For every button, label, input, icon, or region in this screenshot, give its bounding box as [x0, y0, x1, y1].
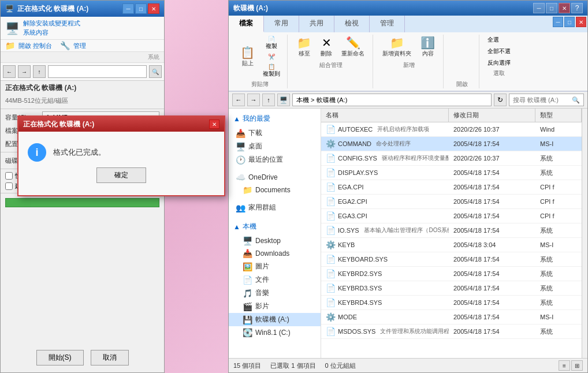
help-button[interactable]: ? — [571, 3, 583, 13]
tab-view[interactable]: 檢視 — [334, 16, 370, 32]
search-button[interactable]: 🔍 — [149, 65, 162, 78]
ribbon-min-btn[interactable]: ─ — [553, 17, 563, 27]
pc-desktop-icon: 🖥️ — [243, 236, 252, 245]
maximize-button[interactable]: □ — [135, 3, 147, 14]
nav-item-homegroup[interactable]: 👥 家用群組 — [229, 201, 321, 214]
new-folder-button[interactable]: 📁 新增資料夾 — [379, 35, 415, 60]
msdos-checkbox[interactable] — [5, 182, 13, 190]
nav-item-downloads[interactable]: 📥 下載 — [229, 126, 321, 140]
tab-manage[interactable]: 管理 — [370, 16, 405, 32]
table-row[interactable]: 📄CONFIG.SYS驱动程序和程序环境变量配置文件2020/2/26 10:3… — [321, 151, 582, 166]
explorer-minimize[interactable]: ─ — [533, 3, 545, 13]
back-button[interactable]: ← — [3, 65, 16, 78]
addr-search-input[interactable] — [513, 96, 572, 103]
addr-forward-button[interactable]: → — [247, 94, 260, 106]
search-box-right[interactable]: 🔍 — [509, 94, 584, 106]
table-row[interactable]: ⚙️KEYB2005/4/18 3:04MS-I — [321, 238, 582, 252]
file-name-cell: 📄DISPLAY.SYS — [321, 167, 449, 178]
table-row[interactable]: 📄IO.SYS基本输入/输出管理程序（DOS系统启导文件）2005/4/18 1… — [321, 223, 582, 238]
nav-item-recent[interactable]: 🕐 最近的位置 — [229, 153, 321, 166]
manage-link[interactable]: 管理 — [73, 42, 86, 50]
nav-homegroup-label: 家用群組 — [248, 203, 276, 212]
name-column-header[interactable]: 名稱 — [321, 109, 449, 122]
dialog-ok-button[interactable]: 確定 — [96, 167, 146, 183]
paste-button[interactable]: 📋 貼上 — [237, 44, 258, 70]
nav-item-docs[interactable]: 📄 文件 — [229, 273, 321, 286]
minimize-button[interactable]: ─ — [122, 3, 134, 14]
details-view-button[interactable]: ≡ — [559, 360, 570, 371]
properties-button[interactable]: ℹ️ 內容 — [417, 35, 438, 60]
table-row[interactable]: 📄DISPLAY.SYS2005/4/18 17:54系统 — [321, 166, 582, 180]
nav-item-pictures[interactable]: 🖼️ 圖片 — [229, 260, 321, 273]
nav-item-pc-desktop[interactable]: 🖥️ Desktop — [229, 234, 321, 247]
table-row[interactable]: 📄MSDOS.SYS文件管理和系统功能调用程序（DOS7.1/Win9x下的系统… — [321, 324, 582, 339]
deselect-all-button[interactable]: 全部不選 — [485, 46, 513, 57]
date-column-header[interactable]: 修改日期 — [449, 109, 535, 122]
start-button[interactable]: 開始(S) — [36, 350, 84, 365]
table-row[interactable]: 📄EGA.CPI2005/4/18 17:54CPI f — [321, 180, 582, 195]
ribbon-max-btn[interactable]: □ — [564, 17, 575, 27]
nav-item-floppy[interactable]: 💾 軟碟機 (A:) — [229, 313, 321, 326]
search-input[interactable]: 搜尋本機 — [51, 68, 144, 75]
copy-path-button[interactable]: 📋 複製到 — [260, 62, 282, 79]
win81-icon: 💽 — [243, 328, 252, 337]
up-button[interactable]: ↑ — [33, 65, 46, 78]
table-row[interactable]: 📄KEYBRD4.SYS2005/4/18 17:54系统 — [321, 296, 582, 310]
file-date-cell: 2005/4/18 17:54 — [449, 255, 535, 264]
table-row[interactable]: 📄KEYBOARD.SYS2005/4/18 17:54系统 — [321, 252, 582, 267]
tab-share[interactable]: 共用 — [299, 16, 334, 32]
file-date-cell: 2005/4/18 17:54 — [449, 284, 535, 293]
thispc-header[interactable]: ▲ 本機 — [229, 219, 321, 234]
addr-home-button[interactable]: 🖥️ — [277, 94, 290, 106]
paste-icon: 📋 — [240, 47, 255, 58]
delete-button[interactable]: ✕ 刪除 — [316, 35, 337, 60]
tiles-view-button[interactable]: ⊞ — [571, 360, 583, 371]
select-all-button[interactable]: 全選 — [485, 35, 501, 45]
addr-back-button[interactable]: ← — [232, 94, 245, 106]
invert-select-button[interactable]: 反向選擇 — [485, 58, 513, 68]
table-row[interactable]: ⚙️COMMAND命令处理程序2005/4/18 17:54MS-I — [321, 137, 582, 151]
nav-item-desktop[interactable]: 🖥️ 桌面 — [229, 140, 321, 153]
table-row[interactable]: 📄EGA2.CPI2005/4/18 17:54CPI f — [321, 195, 582, 209]
refresh-button[interactable]: ↻ — [494, 94, 507, 106]
table-row[interactable]: 📄EGA3.CPI2005/4/18 17:54CPI f — [321, 209, 582, 223]
copy-button[interactable]: 📄 複製 — [260, 35, 282, 51]
nav-item-music[interactable]: 🎵 音樂 — [229, 286, 321, 300]
ribbon-close-btn[interactable]: ✕ — [576, 17, 586, 27]
quick-format-checkbox[interactable] — [5, 172, 13, 180]
type-column-header[interactable]: 類型 — [535, 109, 582, 122]
cut-button[interactable]: ✂️ — [260, 53, 282, 61]
move-to-button[interactable]: 📁 移至 — [293, 35, 315, 60]
file-type-cell: 系统 — [535, 283, 582, 294]
table-row[interactable]: 📄KEYBRD3.SYS2005/4/18 17:54系统 — [321, 281, 582, 296]
cancel-button[interactable]: 取消 — [91, 350, 129, 365]
explorer-maximize[interactable]: □ — [546, 3, 557, 13]
address-path[interactable]: 本機 > 軟碟機 (A:) — [292, 94, 492, 106]
nav-item-win81[interactable]: 💽 Win8.1 (C:) — [229, 326, 321, 339]
system-props-link[interactable]: 系統內容 — [23, 28, 80, 37]
nav-item-videos[interactable]: 🎬 影片 — [229, 300, 321, 313]
search-box[interactable]: 搜尋本機 — [48, 65, 147, 78]
vertical-scrollbar[interactable] — [582, 109, 587, 358]
nav-item-pc-downloads[interactable]: 📥 Downloads — [229, 247, 321, 260]
dialog-close-button[interactable]: ✕ — [209, 120, 219, 129]
table-row[interactable]: 📄AUTOEXEC开机启动程序加载项2020/2/26 10:37Wind — [321, 122, 582, 137]
file-icon: 📄 — [326, 327, 336, 336]
forward-button[interactable]: → — [18, 65, 31, 78]
control-panel-link[interactable]: 開啟 控制台 — [18, 42, 52, 50]
table-row[interactable]: ⚙️MODE2005/4/18 17:54MS-I — [321, 310, 582, 324]
uninstall-link[interactable]: 解除安裝或變更程式 — [23, 19, 80, 28]
favorites-header[interactable]: ▲ 我的最愛 — [229, 111, 321, 126]
tab-home[interactable]: 常用 — [264, 16, 299, 32]
copy-cut-container: 📄 複製 ✂️ 📋 複製到 — [260, 35, 282, 79]
table-row[interactable]: 📄KEYBRD2.SYS2005/4/18 17:54系统 — [321, 267, 582, 281]
delete-label: 刪除 — [321, 50, 332, 58]
nav-videos-label: 影片 — [255, 301, 269, 311]
addr-up-button[interactable]: ↑ — [262, 94, 275, 106]
explorer-close[interactable]: ✕ — [559, 3, 570, 13]
nav-item-documents[interactable]: 📁 Documents — [229, 184, 321, 196]
nav-item-onedrive[interactable]: ☁️ OneDrive — [229, 171, 321, 184]
close-button[interactable]: ✕ — [148, 3, 159, 14]
rename-button[interactable]: ✏️ 重新命名 — [338, 35, 368, 60]
tab-files[interactable]: 檔案 — [229, 16, 264, 32]
